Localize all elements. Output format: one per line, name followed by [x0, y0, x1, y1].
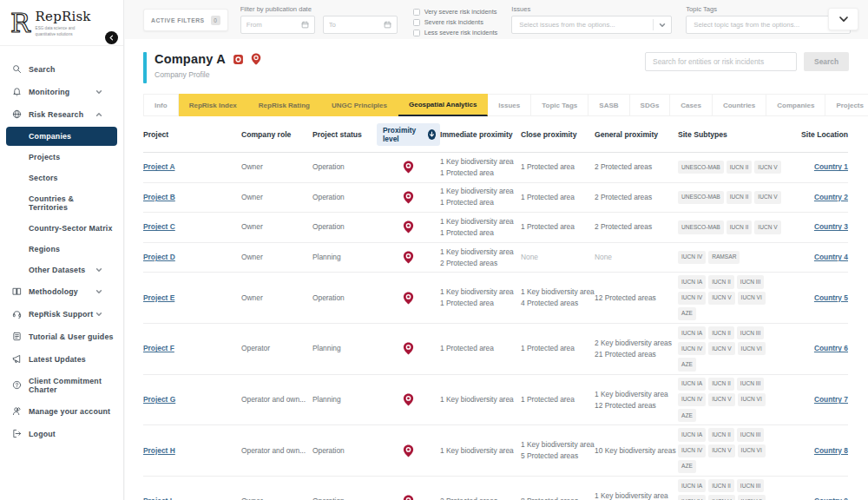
tab-reprisk-index[interactable]: RepRisk Index	[179, 94, 248, 116]
table-header: ProjectCompany roleProject statusProximi…	[143, 116, 848, 153]
checkbox[interactable]	[413, 30, 420, 36]
sidebar-item-country-sector-matrix[interactable]: Country-Sector Matrix	[0, 218, 123, 239]
project-link[interactable]: Project H	[143, 446, 175, 455]
general-proximity-cell: None	[595, 252, 678, 263]
sidebar-item-regions[interactable]: Regions	[0, 239, 123, 260]
sidebar-item-monitoring[interactable]: Monitoring	[0, 81, 123, 103]
company-role-cell: Operator and own...	[241, 394, 312, 405]
checkbox[interactable]	[413, 9, 420, 16]
sidebar-collapse-button[interactable]	[105, 31, 118, 44]
location-pin-icon[interactable]	[403, 292, 414, 305]
sidebar-item-methodology[interactable]: Methodology	[0, 280, 123, 303]
project-link[interactable]: Project G	[143, 395, 175, 404]
location-pin-icon[interactable]	[403, 161, 414, 174]
project-link[interactable]: Project B	[143, 193, 175, 201]
country-link[interactable]: Country 6	[814, 344, 848, 352]
location-pin-icon[interactable]	[403, 220, 414, 234]
project-status-cell: Operation	[312, 221, 377, 233]
location-pin-icon[interactable]	[403, 393, 414, 406]
site-location-cell: Country 5	[787, 293, 848, 304]
sidebar-item-client-commitment-charter[interactable]: Client Commitment Charter	[0, 371, 123, 400]
sidebar-item-other-datasets[interactable]: Other Datasets	[0, 260, 123, 280]
proximity-value: 1 Key biodiversity area	[440, 186, 521, 197]
tab-issues[interactable]: Issues	[488, 94, 531, 116]
location-pin-icon[interactable]	[403, 342, 414, 355]
country-link[interactable]: Country 2	[814, 193, 848, 201]
sidebar-item-countries-territories[interactable]: Countries & Territories	[0, 188, 123, 218]
sidebar-item-logout[interactable]: Logout	[0, 423, 123, 445]
entity-search-input[interactable]	[645, 52, 797, 71]
tab-topic-tags[interactable]: Topic Tags	[531, 94, 589, 116]
tab-projects[interactable]: Projects	[825, 94, 868, 116]
tab-countries[interactable]: Countries	[713, 94, 766, 116]
chevron-down-icon	[106, 89, 113, 95]
country-link[interactable]: Country 1	[814, 162, 848, 171]
tab-cases[interactable]: Cases	[670, 94, 713, 116]
country-link[interactable]: Country 4	[814, 253, 848, 261]
company-name: Company A	[155, 52, 226, 66]
date-from-input[interactable]	[247, 21, 297, 29]
sidebar-item-search[interactable]: Search	[0, 58, 123, 81]
date-from-field[interactable]	[240, 16, 315, 34]
issues-label: Issues	[511, 5, 672, 13]
tab-sasb[interactable]: SASB	[589, 94, 629, 116]
project-link[interactable]: Project E	[143, 293, 174, 302]
country-link[interactable]: Country 5	[814, 293, 848, 302]
sidebar-item-companies[interactable]: Companies	[6, 127, 117, 146]
project-link[interactable]: Project F	[143, 344, 174, 352]
sidebar-item-projects[interactable]: Projects	[0, 147, 123, 168]
sidebar-item-label: Country-Sector Matrix	[29, 224, 113, 233]
location-pin-icon[interactable]	[403, 251, 414, 264]
country-link[interactable]: Country 7	[814, 395, 848, 404]
site-subtype-chip: IUCN III	[737, 275, 764, 288]
sort-descending-icon[interactable]	[428, 129, 436, 140]
issues-select[interactable]: Select issues from the options...	[511, 16, 672, 34]
tab-info[interactable]: Info	[143, 94, 179, 116]
severity-option-very-severe-risk-incidents[interactable]: Very severe risk incidents	[413, 8, 498, 16]
sidebar-item-tutorial-user-guides[interactable]: Tutorial & User guides	[0, 326, 123, 348]
proximity-level-sort[interactable]: Proximity level	[377, 123, 440, 146]
sidebar-item-sectors[interactable]: Sectors	[0, 168, 123, 188]
date-to-input[interactable]	[329, 21, 379, 29]
project-link[interactable]: Project I	[143, 497, 172, 500]
country-link[interactable]: Country 9	[814, 497, 848, 500]
active-filters-button[interactable]: ACTIVE FILTERS 0	[143, 9, 228, 31]
date-to-field[interactable]	[323, 16, 398, 34]
tab-reprisk-rating[interactable]: RepRisk Rating	[248, 94, 321, 116]
filterbar-expand-button[interactable]	[828, 8, 858, 30]
tab-geospatial-analytics[interactable]: Geospatial Analytics	[398, 94, 488, 116]
table-body: Project AOwnerOperation1 Key biodiversit…	[143, 153, 848, 500]
country-link[interactable]: Country 8	[814, 446, 848, 455]
sidebar-item-reprisk-support[interactable]: RepRisk Support	[0, 303, 123, 326]
location-pin-icon	[251, 53, 261, 65]
sidebar-item-latest-updates[interactable]: Latest Updates	[0, 348, 123, 371]
tab-companies[interactable]: Companies	[766, 94, 825, 116]
location-pin-icon[interactable]	[403, 444, 414, 457]
sidebar-item-manage-your-account[interactable]: Manage your account	[0, 400, 123, 423]
checkbox[interactable]	[413, 19, 420, 26]
column-header-project-status: Project status	[312, 130, 377, 139]
search-button[interactable]: Search	[804, 52, 849, 71]
company-accent-bar	[143, 52, 147, 83]
site-location-cell: Country 4	[787, 252, 848, 263]
site-subtype-chip: IUCN IA	[678, 428, 706, 441]
project-link[interactable]: Project C	[143, 222, 175, 231]
location-pin-icon[interactable]	[403, 495, 414, 500]
topic-tags-select[interactable]: Select topic tags from the options...	[686, 16, 851, 34]
close-proximity-cell: 1 Protected area	[521, 161, 595, 173]
severity-option-label: Severe risk incidents	[424, 18, 483, 26]
country-link[interactable]: Country 3	[814, 222, 848, 231]
site-subtypes-cell: UNESCO-MABIUCN IIIUCN V	[678, 161, 787, 174]
tab-sdgs[interactable]: SDGs	[630, 94, 671, 116]
tab-ungc-principles[interactable]: UNGC Principles	[321, 94, 398, 116]
brand-tagline-2: quantitative solutions	[36, 32, 73, 36]
severity-option-severe-risk-incidents[interactable]: Severe risk incidents	[413, 18, 498, 26]
proximity-level-cell	[377, 161, 440, 174]
sidebar-item-risk-research[interactable]: Risk Research	[0, 103, 123, 126]
project-link[interactable]: Project D	[143, 253, 175, 261]
project-link[interactable]: Project A	[143, 162, 174, 171]
severity-option-less-severe-risk-incidents[interactable]: Less severe risk incidents	[413, 29, 498, 36]
location-pin-icon[interactable]	[403, 191, 414, 204]
sidebar-item-label: Client Commitment Charter	[29, 377, 115, 394]
sidebar-item-label: Other Datasets	[29, 266, 85, 274]
